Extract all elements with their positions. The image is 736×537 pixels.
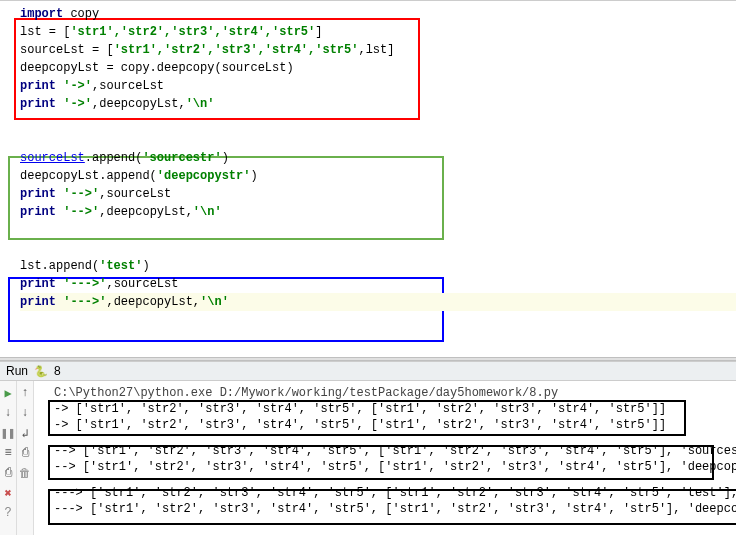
code-line-current[interactable]: print '--->',deepcopyLst,'\n' [20,293,736,311]
layout-icon: ≡ [4,446,11,460]
trash-icon: 🗑 [19,466,31,481]
layout-button[interactable]: ≡ [0,445,16,461]
python-icon [34,364,48,378]
rerun-button[interactable]: ▶ [0,385,16,401]
console-line: ---> ['str1', 'str2', 'str3', 'str4', 's… [54,501,736,517]
console-line: --> ['str1', 'str2', 'str3', 'str4', 'st… [54,459,736,475]
close-icon: ✖ [4,486,11,501]
print-icon: ⎙ [5,466,12,480]
code-line[interactable]: print '->',deepcopyLst,'\n' [20,95,736,113]
run-panel-header: Run 8 [0,361,736,381]
console-output[interactable]: C:\Python27\python.exe D:/Mywork/working… [34,381,736,535]
console-line: -> ['str1', 'str2', 'str3', 'str4', 'str… [54,401,736,417]
code-line[interactable]: print '--->',sourceLst [20,275,736,293]
pause-button[interactable]: ❚❚ [0,425,16,441]
help-icon: ? [4,506,11,520]
console-line: ---> ['str1', 'str2', 'str3', 'str4', 's… [54,485,736,501]
code-line[interactable]: print '-->',sourceLst [20,185,736,203]
run-label: Run [6,364,28,378]
play-icon: ▶ [4,386,11,401]
down-icon: ↓ [4,406,11,420]
code-line[interactable]: sourceLst = ['str1','str2','str3','str4'… [20,41,736,59]
print2-icon: ⎙ [22,446,29,460]
print-button[interactable]: ⎙ [0,465,16,481]
run-script-name: 8 [54,364,61,378]
run-gutter-left: ▶ ↓ ❚❚ ≡ ⎙ ✖ ? [0,381,17,535]
wrap-button[interactable]: ↲ [17,425,33,441]
pause-icon: ❚❚ [1,426,15,441]
code-line[interactable]: print '->',sourceLst [20,77,736,95]
down2-icon: ↓ [21,406,28,420]
code-line[interactable]: lst = ['str1','str2','str3','str4','str5… [20,23,736,41]
print-button2[interactable]: ⎙ [17,445,33,461]
clear-button[interactable]: 🗑 [17,465,33,481]
help-button[interactable]: ? [0,505,16,521]
wrap-icon: ↲ [21,426,28,441]
code-line[interactable]: import copy [20,5,736,23]
up-icon: ↑ [21,386,28,400]
console-panel: ▶ ↓ ❚❚ ≡ ⎙ ✖ ? ↑ ↓ ↲ ⎙ 🗑 C:\Python27\pyt… [0,381,736,535]
scroll-up-button[interactable]: ↑ [17,385,33,401]
down-button[interactable]: ↓ [0,405,16,421]
code-line[interactable]: print '-->',deepcopyLst,'\n' [20,203,736,221]
code-line[interactable]: lst.append('test') [20,257,736,275]
run-gutter-right: ↑ ↓ ↲ ⎙ 🗑 [17,381,34,535]
code-line[interactable]: deepcopyLst = copy.deepcopy(sourceLst) [20,59,736,77]
code-line[interactable]: deepcopyLst.append('deepcopystr') [20,167,736,185]
code-line[interactable]: sourceLst.append('sourcestr') [20,149,736,167]
link[interactable]: sourceLst [20,151,85,165]
code-editor[interactable]: import copy lst = ['str1','str2','str3',… [0,0,736,357]
console-command: C:\Python27\python.exe D:/Mywork/working… [54,385,736,401]
console-line: -> ['str1', 'str2', 'str3', 'str4', 'str… [54,417,736,433]
console-line: --> ['str1', 'str2', 'str3', 'str4', 'st… [54,443,736,459]
scroll-down-button[interactable]: ↓ [17,405,33,421]
close-button[interactable]: ✖ [0,485,16,501]
keyword: import [20,7,63,21]
